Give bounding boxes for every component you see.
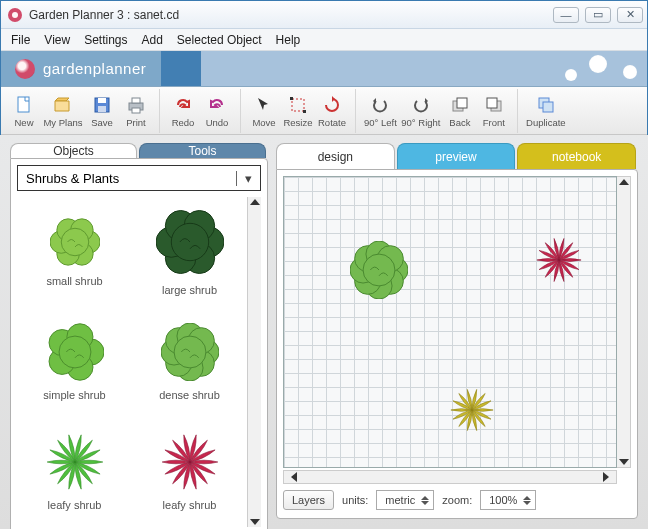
undo-button[interactable]: Undo xyxy=(200,91,234,133)
units-value: metric xyxy=(385,494,415,506)
category-selected: Shrubs & Plants xyxy=(26,171,119,186)
svg-rect-9 xyxy=(292,99,304,111)
tab-tools[interactable]: Tools xyxy=(139,143,266,158)
objects-panel: Shrubs & Plants ▾ small shrublarge shrub… xyxy=(10,158,268,529)
canvas-object[interactable] xyxy=(536,237,582,287)
scroll-down-icon[interactable] xyxy=(250,519,260,525)
resize-button[interactable]: Resize xyxy=(281,91,315,133)
svg-rect-5 xyxy=(98,106,106,112)
palette-grid: small shrublarge shrubsimple shrubdense … xyxy=(17,197,247,527)
svg-point-1 xyxy=(12,12,18,18)
palette-scrollbar[interactable] xyxy=(247,197,261,527)
menu-file[interactable]: File xyxy=(11,33,30,47)
scroll-up-icon[interactable] xyxy=(250,199,260,205)
tab-notebook[interactable]: notebook xyxy=(517,143,636,169)
minimize-button[interactable]: — xyxy=(553,7,579,23)
app-icon xyxy=(7,7,23,23)
duplicate-button[interactable]: Duplicate xyxy=(524,91,568,133)
decor-blossom xyxy=(623,65,637,79)
zoom-selector[interactable]: 100% xyxy=(480,490,536,510)
svg-rect-2 xyxy=(18,97,29,112)
print-button[interactable]: Print xyxy=(119,91,153,133)
palette-item-label: large shrub xyxy=(162,284,217,296)
menu-help[interactable]: Help xyxy=(276,33,301,47)
palette-item-dense-shrub[interactable]: dense shrub xyxy=(132,307,247,417)
status-bar: Layers units: metric zoom: 100% xyxy=(283,488,631,512)
palette-item-label: dense shrub xyxy=(159,389,220,401)
rotate-button[interactable]: Rotate xyxy=(315,91,349,133)
rotate-right-button[interactable]: 90° Right xyxy=(399,91,443,133)
svg-rect-7 xyxy=(132,98,140,103)
redo-button[interactable]: Redo xyxy=(166,91,200,133)
menu-view[interactable]: View xyxy=(44,33,70,47)
scroll-right-icon[interactable] xyxy=(603,472,614,482)
units-selector[interactable]: metric xyxy=(376,490,434,510)
decor-blossom xyxy=(565,69,577,81)
units-label: units: xyxy=(342,494,368,506)
palette-item-label: leafy shrub xyxy=(48,499,102,511)
svg-rect-13 xyxy=(457,98,467,108)
new-button[interactable]: New xyxy=(7,91,41,133)
svg-rect-8 xyxy=(132,108,140,113)
svg-rect-15 xyxy=(487,98,497,108)
large-shrub-icon xyxy=(156,208,224,280)
close-button[interactable]: ✕ xyxy=(617,7,643,23)
menubar: File View Settings Add Selected Object H… xyxy=(1,29,647,51)
design-canvas[interactable] xyxy=(283,176,617,468)
dense-shrub-icon xyxy=(161,323,219,385)
svg-rect-4 xyxy=(98,98,106,103)
menu-settings[interactable]: Settings xyxy=(84,33,127,47)
palette-item-label: small shrub xyxy=(46,275,102,287)
maximize-button[interactable]: ▭ xyxy=(585,7,611,23)
canvas-vscrollbar[interactable] xyxy=(617,176,631,468)
move-button[interactable]: Move xyxy=(247,91,281,133)
titlebar: Garden Planner 3 : sanet.cd — ▭ ✕ xyxy=(1,1,647,29)
my-plans-button[interactable]: My Plans xyxy=(41,91,85,133)
menu-add[interactable]: Add xyxy=(142,33,163,47)
svg-rect-11 xyxy=(303,110,306,113)
canvas-object[interactable] xyxy=(450,388,494,436)
palette-item-label: simple shrub xyxy=(43,389,105,401)
tab-objects[interactable]: Objects xyxy=(10,143,137,158)
brand-icon xyxy=(15,59,35,79)
canvas-object[interactable] xyxy=(350,241,408,303)
canvas-hscrollbar[interactable] xyxy=(283,470,617,484)
scroll-left-icon[interactable] xyxy=(286,472,297,482)
palette-item-small-shrub[interactable]: small shrub xyxy=(17,197,132,307)
tab-preview[interactable]: preview xyxy=(397,143,516,169)
svg-rect-17 xyxy=(543,102,553,112)
zoom-value: 100% xyxy=(489,494,517,506)
palette-item-large-shrub[interactable]: large shrub xyxy=(132,197,247,307)
canvas-shell: Layers units: metric zoom: 100% xyxy=(276,169,638,519)
window-title: Garden Planner 3 : sanet.cd xyxy=(29,8,553,22)
small-shrub-icon xyxy=(50,217,100,271)
decor-blossom xyxy=(589,55,607,73)
palette-item-leafy-green[interactable]: leafy shrub xyxy=(17,417,132,527)
zoom-label: zoom: xyxy=(442,494,472,506)
chevron-down-icon: ▾ xyxy=(236,171,252,186)
save-button[interactable]: Save xyxy=(85,91,119,133)
category-dropdown[interactable]: Shrubs & Plants ▾ xyxy=(17,165,261,191)
brand-bar: gardenplanner xyxy=(1,51,647,87)
toolbar: New My Plans Save Print Redo Undo Move R… xyxy=(1,87,647,135)
scroll-down-icon[interactable] xyxy=(619,459,629,465)
send-back-button[interactable]: Back xyxy=(443,91,477,133)
layers-button[interactable]: Layers xyxy=(283,490,334,510)
rotate-left-button[interactable]: 90° Left xyxy=(362,91,399,133)
menu-selected-object[interactable]: Selected Object xyxy=(177,33,262,47)
leafy-green-icon xyxy=(46,433,104,495)
palette-item-leafy-red[interactable]: leafy shrub xyxy=(132,417,247,527)
bring-front-button[interactable]: Front xyxy=(477,91,511,133)
simple-shrub-icon xyxy=(46,323,104,385)
svg-rect-10 xyxy=(290,97,293,100)
scroll-up-icon[interactable] xyxy=(619,179,629,185)
leafy-red-icon xyxy=(161,433,219,495)
tab-design[interactable]: design xyxy=(276,143,395,169)
brand-text: gardenplanner xyxy=(43,60,146,77)
palette-item-label: leafy shrub xyxy=(163,499,217,511)
palette-item-simple-shrub[interactable]: simple shrub xyxy=(17,307,132,417)
